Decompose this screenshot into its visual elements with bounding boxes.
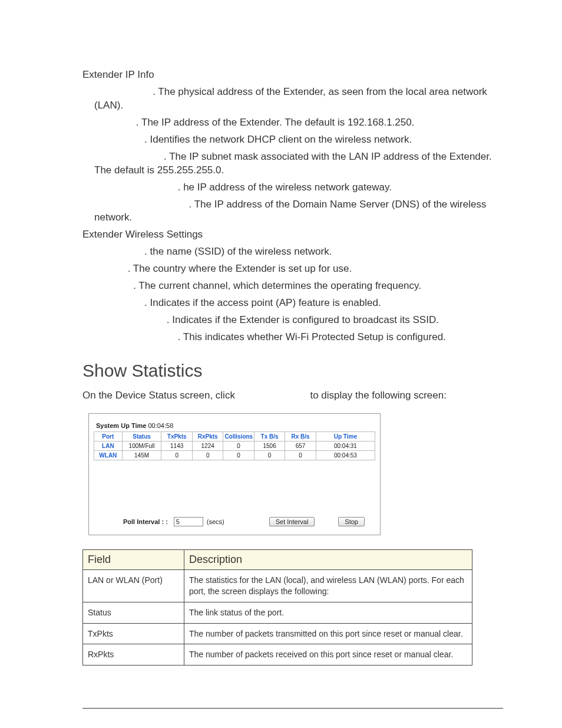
col-txbs: Tx B/s: [254, 431, 285, 441]
field-name: RxPkts: [83, 644, 184, 666]
col-uptime: Up Time: [316, 431, 375, 441]
poll-interval-input[interactable]: 5: [174, 517, 203, 526]
cell-rxpkts: 1224: [192, 441, 223, 450]
table-row: Status The link status of the port.: [83, 602, 472, 623]
ip-info-line: . The IP address of the Extender. The de…: [82, 116, 503, 130]
cell-txbs: 0: [254, 450, 285, 460]
cell-uptime: 00:04:53: [316, 450, 375, 460]
show-statistics-heading: Show Statistics: [82, 361, 503, 381]
field-description-table: Field Description LAN or WLAN (Port) The…: [82, 549, 472, 666]
table-header-row: Field Description: [83, 549, 472, 569]
ip-info-line: . he IP address of the wireless network …: [82, 181, 503, 195]
table-row: RxPkts The number of packets received on…: [83, 644, 472, 666]
footer-divider: [82, 708, 503, 709]
cell-status: 145M: [122, 450, 161, 460]
col-rxpkts: RxPkts: [192, 431, 223, 441]
cell-rxbs: 0: [285, 450, 316, 460]
cell-port: LAN: [94, 441, 123, 450]
header-field: Field: [83, 549, 184, 569]
cell-uptime: 00:04:31: [316, 441, 375, 450]
poll-interval-unit: (secs): [207, 518, 224, 525]
field-name: Status: [83, 602, 184, 623]
table-header-row: Port Status TxPkts RxPkts Collisions Tx …: [94, 431, 375, 441]
table-row: LAN or WLAN (Port) The statistics for th…: [83, 569, 472, 602]
wireless-line: . The current channel, which determines …: [82, 279, 503, 293]
ip-info-line: . Identifies the network DHCP client on …: [82, 133, 503, 147]
poll-interval-label: Poll Interval : :: [123, 518, 168, 525]
cell-rxbs: 657: [285, 441, 316, 450]
field-name: LAN or WLAN (Port): [83, 569, 184, 602]
stats-intro: On the Device Status screen, click to di…: [82, 389, 503, 403]
cell-txbs: 1506: [254, 441, 285, 450]
statistics-screenshot: System Up Time 00:04:58 Port Status TxPk…: [88, 413, 381, 535]
table-row: LAN 100M/Full 1143 1224 0 1506 657 00:04…: [94, 441, 375, 450]
cell-collisions: 0: [223, 441, 254, 450]
wireless-line: . the name (SSID) of the wireless networ…: [82, 245, 503, 259]
system-up-time-label: System Up Time 00:04:58: [96, 422, 375, 429]
cell-txpkts: 0: [161, 450, 192, 460]
stop-button[interactable]: Stop: [338, 517, 365, 526]
field-desc: The number of packets received on this p…: [184, 644, 472, 666]
wireless-line: . This indicates whether Wi-Fi Protected…: [82, 331, 503, 344]
col-txpkts: TxPkts: [161, 431, 192, 441]
cell-collisions: 0: [223, 450, 254, 460]
cell-port: WLAN: [94, 450, 123, 460]
cell-rxpkts: 0: [192, 450, 223, 460]
wireless-line: . Indicates if the access point (AP) fea…: [82, 297, 503, 310]
header-description: Description: [184, 549, 472, 569]
ip-info-line: . The IP address of the Domain Name Serv…: [82, 198, 503, 225]
system-up-time-value: 00:04:58: [148, 422, 173, 429]
set-interval-button[interactable]: Set Interval: [269, 517, 315, 526]
col-port: Port: [94, 431, 123, 441]
ip-info-line: . The physical address of the Extender, …: [82, 85, 503, 113]
col-rxbs: Rx B/s: [285, 431, 316, 441]
ip-info-heading: Extender IP Info: [82, 68, 503, 82]
cell-status: 100M/Full: [122, 441, 161, 450]
ip-info-line: . The IP subnet mask associated with the…: [82, 150, 503, 177]
table-row: TxPkts The number of packets transmitted…: [83, 623, 472, 644]
statistics-table: Port Status TxPkts RxPkts Collisions Tx …: [94, 431, 375, 460]
wireless-heading: Extender Wireless Settings: [82, 228, 503, 242]
field-name: TxPkts: [83, 623, 184, 644]
cell-txpkts: 1143: [161, 441, 192, 450]
wireless-line: . Indicates if the Extender is configure…: [82, 314, 503, 327]
field-desc: The statistics for the LAN (local), and …: [184, 569, 472, 602]
col-collisions: Collisions: [223, 431, 254, 441]
wireless-line: . The country where the Extender is set …: [82, 262, 503, 276]
col-status: Status: [122, 431, 161, 441]
table-row: WLAN 145M 0 0 0 0 0 00:04:53: [94, 450, 375, 460]
field-desc: The number of packets transmitted on thi…: [184, 623, 472, 644]
field-desc: The link status of the port.: [184, 602, 472, 623]
